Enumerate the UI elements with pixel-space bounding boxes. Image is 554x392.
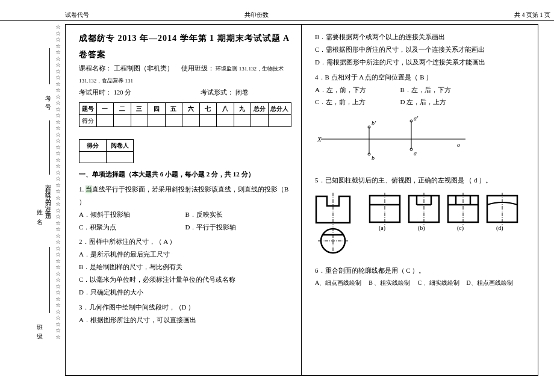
- option-c: C 、细实线绘制: [417, 277, 459, 288]
- label-xingming: 姓 名: [35, 205, 43, 217]
- content-frame: 成都纺专 2013 年—2014 学年第 1 期期末考试试题 A 卷答案 课程名…: [65, 24, 538, 376]
- highlight: 当: [86, 185, 92, 193]
- question-6: 6．重合剖面的轮廓线都是用（ C ）。 A、细点画线绘制 B 、粗实线绘制 C …: [315, 264, 528, 288]
- right-column: B．需要根据两个或两个以上的连接关系画出 C．需根据图形中所注的尺寸，以及一个连…: [302, 25, 538, 375]
- form-label: 考试形式：: [201, 89, 234, 96]
- txt: 共: [514, 11, 520, 18]
- figure-q5: (a) (b) (c): [315, 190, 528, 261]
- option-d: D、粗点画线绘制: [467, 277, 513, 288]
- th: 题号: [79, 103, 97, 115]
- th: 五: [165, 103, 182, 115]
- txt: 4: [522, 11, 525, 18]
- svg-text:a: a: [414, 150, 417, 157]
- question-2: 2．图样中所标注的尺寸，（ A ） A．是所示机件的最后完工尺寸 B．是绘制图样…: [79, 235, 291, 298]
- option-a: A、细点画线绘制: [315, 277, 361, 288]
- option-d: D 左，后，上方: [400, 96, 447, 108]
- th: 三: [131, 103, 148, 115]
- svg-text:(a): (a): [379, 225, 385, 232]
- option-a: A．倾斜于投影轴: [79, 208, 185, 221]
- table-row: 得分: [79, 115, 291, 127]
- txt: 页第: [526, 11, 538, 18]
- svg-text:(b): (b): [418, 225, 425, 232]
- line: [49, 48, 50, 84]
- figure-q4: X b' b a' o a: [315, 112, 528, 170]
- table-row: [79, 152, 134, 163]
- line: [49, 120, 50, 175]
- stem: 5．已知圆柱截切后的主、俯视图，正确的左视图是 （ d ）。: [315, 174, 528, 187]
- question-3: 3．几何作图中绘制中间线段时，（D ） A．根据图形所注的尺寸，可以直接画出: [79, 301, 291, 326]
- stem: 4．B 点相对于 A 点的空间位置是（ B ）: [315, 71, 528, 84]
- option-d: D．需根据图形中所注的尺寸，以及两个连接关系才能画出: [315, 56, 528, 69]
- question-5: 5．已知圆柱截切后的主、俯视图，正确的左视图是 （ d ）。: [315, 174, 528, 187]
- td: 得分: [79, 115, 97, 127]
- option-b: B 、粗实线绘制: [369, 277, 410, 288]
- header-page-indicator: 共 4 页第 1 页: [514, 11, 550, 20]
- label-banji: 班 级: [35, 319, 43, 332]
- th: 九: [234, 103, 251, 115]
- exam-page: 试卷代号 共印份数 共 4 页第 1 页 ☆☆☆☆☆☆☆☆☆☆☆☆☆☆☆☆☆☆☆…: [0, 0, 554, 392]
- svg-text:X: X: [317, 135, 322, 143]
- th: 阅卷人: [107, 140, 134, 152]
- th: 六: [182, 103, 200, 115]
- th: 八: [217, 103, 234, 115]
- margin-strip: ☆☆☆☆☆☆☆☆☆☆☆☆☆☆☆☆☆☆☆☆☆☆☆☆☆☆☆☆☆☆☆☆☆☆☆☆☆☆☆☆…: [43, 24, 65, 375]
- svg-text:o: o: [457, 142, 460, 148]
- stem: 2．图样中所标注的尺寸，（ A ）: [79, 235, 291, 248]
- star-column: ☆☆☆☆☆☆☆☆☆☆☆☆☆☆☆☆☆☆☆☆☆☆☆☆☆☆☆☆☆☆☆☆☆☆☆☆☆☆☆☆…: [55, 24, 61, 340]
- option-a: A．根据图形所注的尺寸，可以直接画出: [79, 314, 291, 326]
- time-label: 考试用时：: [79, 89, 112, 96]
- svg-text:(d): (d): [496, 225, 503, 232]
- header-code-label: 试卷代号: [65, 11, 89, 20]
- txt: 页: [544, 11, 550, 18]
- course-label: 课程名称：: [79, 65, 112, 72]
- table-row: 得分 阅卷人: [79, 140, 134, 152]
- label-kaohao: 考 号: [43, 90, 52, 103]
- option-c: C．以毫米为单位时，必须标注计量单位的代号或名称: [79, 273, 291, 286]
- stem: 6．重合剖面的轮廓线都是用（ C ）。: [315, 264, 528, 277]
- option-a: A．是所示机件的最后完工尺寸: [79, 248, 291, 261]
- section-1-title: 一、单项选择题（本大题共 6 小题，每小题 2 分，共 12 分）: [79, 168, 291, 181]
- exam-title: 成都纺专 2013 年—2014 学年第 1 期期末考试试题 A 卷答案: [79, 31, 291, 63]
- course-line: 课程名称： 工程制图（非机类） 使用班级： 环境监测 131.132，生物技术 …: [79, 63, 291, 87]
- table-row: 题号 一 二 三 四 五 六 七 八 九 总分 总分人: [79, 103, 291, 115]
- option-d: D．平行于投影轴: [185, 221, 237, 234]
- txt: 直线平行于投影面，若采用斜投射法投影该直线，则直线的投影（B ）: [79, 185, 288, 205]
- class-label: 使用班级：: [181, 65, 214, 72]
- option-b: B．反映实长: [185, 208, 223, 221]
- header-print-count-label: 共印份数: [244, 11, 269, 20]
- left-column: 成都纺专 2013 年—2014 学年第 1 期期末考试试题 A 卷答案 课程名…: [66, 25, 302, 375]
- th: 七: [199, 103, 217, 115]
- txt: 1.: [79, 185, 86, 193]
- svg-text:b: b: [372, 155, 375, 161]
- score-table: 题号 一 二 三 四 五 六 七 八 九 总分 总分人 得分: [79, 102, 291, 127]
- time-line: 考试用时： 120 分 考试形式： 闭卷: [79, 87, 291, 99]
- th: 得分: [79, 140, 107, 152]
- option-b: B．是绘制图样的尺寸，与比例有关: [79, 261, 291, 273]
- question-1: 1. 当直线平行于投影面，若采用斜投射法投影该直线，则直线的投影（B ） A．倾…: [79, 183, 291, 234]
- line: [49, 247, 50, 313]
- course-name: 工程制图（非机类）: [114, 65, 173, 72]
- th: 二: [114, 103, 131, 115]
- option-b: B．左，后，下方: [400, 84, 451, 96]
- svg-text:a': a': [414, 115, 419, 122]
- option-c: C．左，前，上方: [315, 96, 400, 108]
- option-c: C．需根据图形中所注的尺寸，以及一个连接关系才能画出: [315, 43, 528, 56]
- option-c: C．积聚为点: [79, 221, 185, 234]
- question-4: 4．B 点相对于 A 点的空间位置是（ B ） A．左，前，下方 B．左，后，下…: [315, 71, 528, 109]
- label-seal: 密封线以内不准答题: [43, 179, 52, 212]
- svg-text:b': b': [372, 120, 376, 126]
- option-d: D．只确定机件的大小: [79, 286, 291, 299]
- stem: 3．几何作图中绘制中间线段时，（D ）: [79, 301, 291, 314]
- th: 一: [96, 103, 114, 115]
- time-value: 120 分: [114, 89, 131, 96]
- txt: 1: [540, 11, 543, 18]
- page-header: 试卷代号 共印份数 共 4 页第 1 页: [0, 11, 554, 21]
- grader-table: 得分 阅卷人: [79, 139, 134, 163]
- option-a: A．左，前，下方: [315, 84, 400, 96]
- th: 四: [148, 103, 166, 115]
- form-value: 闭卷: [235, 89, 249, 96]
- svg-text:(c): (c): [457, 225, 464, 232]
- th: 总分: [251, 103, 269, 115]
- th: 总分人: [268, 103, 291, 115]
- option-b: B．需要根据两个或两个以上的连接关系画出: [315, 31, 528, 43]
